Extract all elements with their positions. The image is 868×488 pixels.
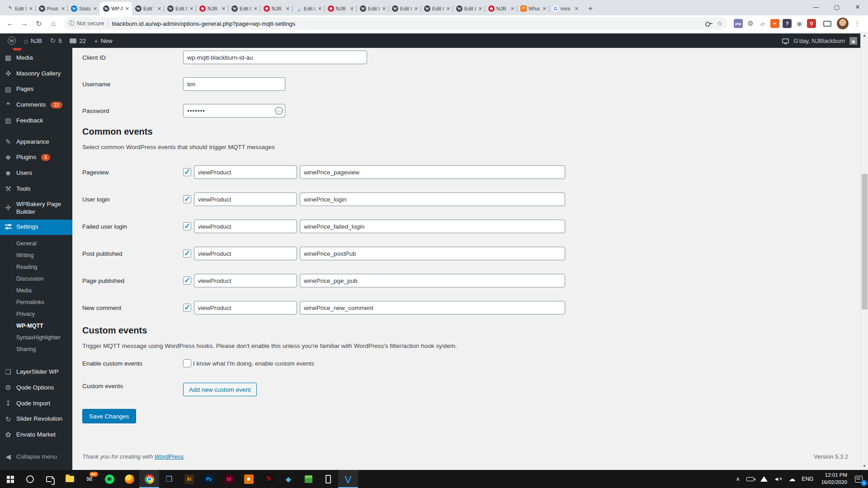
tab-close-icon[interactable]: ✕	[60, 6, 66, 12]
sidebar-item-slider-revolution[interactable]: ↻ Slider Revolution	[0, 412, 72, 427]
sidebar-item-settings[interactable]: Settings	[0, 220, 72, 235]
sidebar-item-envato-market[interactable]: ✿ Envato Market	[0, 427, 72, 443]
sidebar-item-tools[interactable]: ⚒ Tools	[0, 181, 72, 197]
event-topic-input[interactable]	[194, 247, 297, 260]
illustrator-app-icon[interactable]: Ai	[179, 470, 199, 488]
sidebar-item-feedback[interactable]: ▥ Feedback	[0, 113, 72, 129]
browser-tab[interactable]: ❝ What ✕	[517, 2, 549, 15]
browser-menu-icon[interactable]: ⋮	[850, 19, 864, 28]
wp-logo-menu[interactable]: W	[4, 33, 20, 48]
event-topic-input[interactable]	[194, 301, 297, 314]
cast-icon[interactable]	[823, 21, 831, 27]
tab-close-icon[interactable]: ✕	[381, 6, 387, 12]
close-button[interactable]: ✕	[847, 0, 868, 14]
cortana-button[interactable]	[20, 470, 40, 488]
password-reveal-icon[interactable]: •••	[275, 107, 283, 115]
browser-tab[interactable]: ◞ Edit P ✕	[292, 2, 325, 15]
browser-tab[interactable]: G mini ✕	[549, 2, 581, 15]
address-bar[interactable]: ⓘ Not secure blackburn.id.au/wp-admin/op…	[64, 17, 727, 30]
browser-tab[interactable]: W Stats ✕	[68, 2, 100, 15]
notebook-app-icon[interactable]: ❒	[159, 470, 179, 488]
minimize-button[interactable]: —	[806, 0, 826, 14]
sidebar-item-appearance[interactable]: ✎ Appearance	[0, 134, 72, 150]
tab-close-icon[interactable]: ✕	[92, 6, 98, 12]
firefox-app-icon[interactable]	[119, 470, 139, 488]
tab-close-icon[interactable]: ✕	[156, 6, 162, 12]
monitor-icon[interactable]	[782, 38, 789, 43]
sidebar-item-plugins[interactable]: ❖ Plugins 5	[0, 150, 72, 166]
submenu-item-general[interactable]: General	[0, 238, 72, 249]
submenu-item-syntaxhighlighter[interactable]: SyntaxHighlighter	[0, 332, 72, 343]
sidebar-item-layerslider[interactable]: ❏ LayerSlider WP	[0, 364, 72, 380]
event-topic-input[interactable]	[194, 192, 297, 206]
tab-close-icon[interactable]: ✕	[285, 6, 291, 12]
event-payload-input[interactable]	[300, 301, 565, 314]
chrome-app-icon[interactable]	[139, 470, 159, 488]
photoshop-app-icon[interactable]: Ps	[199, 470, 219, 488]
submenu-item-reading[interactable]: Reading	[0, 261, 72, 273]
wordpress-link[interactable]: WordPress	[155, 453, 184, 460]
browser-tab[interactable]: W Edit T ✕	[132, 2, 164, 15]
tab-close-icon[interactable]: ✕	[445, 6, 451, 12]
tab-close-icon[interactable]: ✕	[509, 6, 515, 12]
browser-tab[interactable]: W Edit P ✕	[421, 2, 453, 15]
event-topic-input[interactable]	[194, 220, 297, 233]
tab-close-icon[interactable]: ✕	[574, 6, 580, 12]
tab-close-icon[interactable]: ✕	[253, 6, 259, 12]
tab-close-icon[interactable]: ✕	[221, 6, 226, 12]
event-payload-input[interactable]	[300, 220, 565, 233]
event-topic-input[interactable]	[194, 274, 297, 287]
scroll-down-arrow[interactable]: ▼	[861, 462, 868, 470]
account-greeting[interactable]: G'day, NJBlackburn	[793, 38, 845, 44]
home-button[interactable]: ⌂	[47, 17, 60, 30]
swirl-extension-icon[interactable]: ◉	[795, 19, 804, 28]
wifi-icon[interactable]	[757, 470, 771, 488]
cube-app-icon[interactable]	[298, 470, 318, 488]
submenu-item-wp-mqtt[interactable]: WP-MQTT	[0, 320, 72, 332]
sidebar-item-media[interactable]: ▦ Media	[0, 50, 72, 66]
tab-close-icon[interactable]: ✕	[28, 6, 34, 12]
submenu-item-permalinks[interactable]: Permalinks	[0, 296, 72, 308]
event-payload-input[interactable]	[300, 274, 565, 287]
profile-avatar[interactable]	[837, 18, 849, 29]
saved-password-key-icon[interactable]	[705, 21, 712, 26]
event-payload-input[interactable]	[300, 247, 565, 260]
browser-tab[interactable]: NJB | ✕	[485, 2, 517, 15]
sidebar-item-pages[interactable]: ▤ Pages	[0, 82, 72, 98]
php-extension-icon[interactable]: php	[734, 19, 743, 28]
maximize-button[interactable]: ▢	[826, 0, 847, 14]
browser-tab[interactable]: W Edit P ✕	[228, 2, 260, 15]
volume-muted-icon[interactable]: ◄×	[771, 470, 786, 488]
comments-menu[interactable]: 22	[66, 33, 90, 48]
mail-app-icon[interactable]: ✉ 99+	[80, 470, 99, 488]
new-content-menu[interactable]: +New	[90, 33, 117, 48]
tab-close-icon[interactable]: ✕	[542, 6, 547, 12]
browser-tab[interactable]: NJB | ✕	[325, 2, 357, 15]
browser-tab[interactable]: NJB | ✕	[260, 2, 292, 15]
tab-close-icon[interactable]: ✕	[317, 6, 323, 12]
bookmark-star-icon[interactable]: ☆	[717, 19, 723, 28]
task-view-button[interactable]	[40, 470, 60, 488]
language-indicator[interactable]: ENG	[798, 470, 816, 488]
event-enabled-checkbox[interactable]	[183, 277, 191, 285]
submenu-item-writing[interactable]: Writing	[0, 249, 72, 261]
browser-tab[interactable]: W Edit P ✕	[389, 2, 421, 15]
your-phone-app-icon[interactable]	[318, 470, 338, 488]
gear-extension-icon[interactable]: ⚙	[746, 19, 755, 28]
client-id-input[interactable]	[183, 51, 367, 64]
add-custom-event-button[interactable]: Add new custom event	[183, 383, 257, 396]
battery-icon[interactable]	[743, 470, 757, 488]
event-enabled-checkbox[interactable]	[183, 195, 191, 203]
browser-tab[interactable]: W Edit P ✕	[357, 2, 389, 15]
collapse-menu-button[interactable]: ◀ Collapse menu	[0, 449, 72, 465]
netflix-app-icon[interactable]: N	[259, 470, 278, 488]
forward-button[interactable]: →	[18, 17, 31, 30]
rss-extension-icon[interactable]: ⌁	[770, 19, 779, 28]
event-enabled-checkbox[interactable]	[183, 168, 191, 176]
username-input[interactable]	[183, 77, 285, 91]
submenu-item-sharing[interactable]: Sharing	[0, 343, 72, 355]
enable-custom-events-checkbox[interactable]	[183, 359, 191, 367]
new-tab-button[interactable]: +	[584, 2, 597, 15]
indesign-app-icon[interactable]: Id	[219, 470, 239, 488]
browser-tab[interactable]: W Posts ✕	[36, 2, 68, 15]
